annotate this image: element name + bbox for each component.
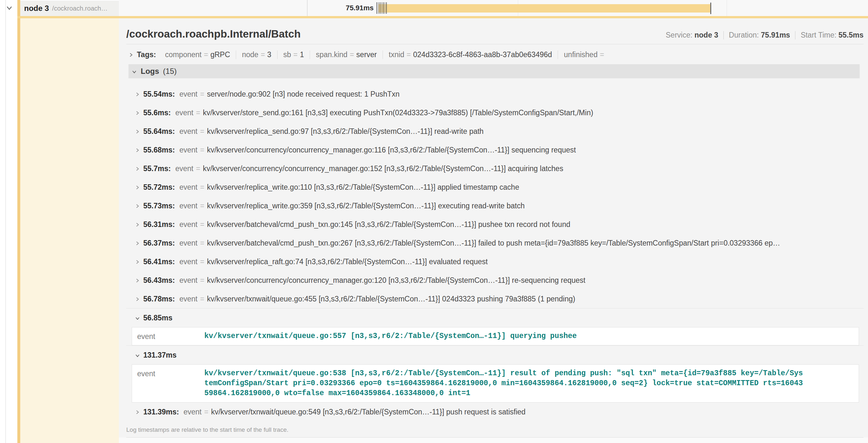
logs-count: (15) [163, 67, 177, 76]
tags-label: Tags: [137, 50, 156, 59]
log-row[interactable]: 55.73ms:event=kv/kvserver/replica_write.… [126, 197, 864, 215]
tag-value: server [356, 50, 377, 59]
chevron-right-icon [135, 148, 140, 153]
log-tick-mark [383, 2, 383, 14]
log-kv-row: eventkv/kvserver/txnwait/queue.go:557 [n… [132, 328, 859, 345]
detail-top-accent-border [17, 16, 868, 18]
log-field-key: event [179, 127, 197, 136]
tags-header[interactable]: Tags: component=gRPCnode=3sb=1span.kind=… [126, 48, 864, 61]
tag-equals-sign: = [293, 50, 298, 59]
log-tick-mark [380, 2, 380, 14]
log-timestamp: 55.6ms: [143, 108, 171, 117]
logs-footer-note: Log timestamps are relative to the start… [126, 426, 864, 433]
log-message: kv/kvserver/replica_raft.go:74 [n3,s3,r6… [207, 258, 488, 266]
left-column-divider [5, 0, 6, 443]
start-time-value: 55.5ms [838, 31, 864, 39]
log-row[interactable]: 56.43ms:event=kv/kvserver/concurrency/co… [126, 271, 864, 289]
chevron-right-icon [135, 129, 140, 134]
chevron-right-icon [135, 222, 140, 227]
log-message: server/node.go:902 [n3] node received re… [207, 90, 400, 99]
log-equals-sign: = [200, 276, 204, 285]
tag-item: span.kind=server [310, 50, 382, 59]
log-timestamp: 56.43ms: [143, 276, 175, 285]
log-field-key: event [176, 108, 193, 117]
tag-key: node [242, 50, 258, 59]
tag-equals-sign: = [260, 50, 265, 59]
chevron-right-icon [135, 204, 140, 209]
log-timestamp: 55.68ms: [143, 146, 175, 155]
tag-value: 024d3323-6c8f-4863-aa8b-37ab0e63496d [413, 50, 552, 59]
chevron-down-icon [135, 353, 140, 358]
log-timestamp: 56.41ms: [143, 258, 175, 266]
log-kv-key: event [137, 331, 204, 341]
tag-equals-sign: = [204, 50, 208, 59]
log-row[interactable]: 56.37ms:event=kv/kvserver/batcheval/cmd_… [126, 234, 864, 252]
expanded-log-timestamp: 131.37ms [143, 351, 177, 360]
duration-label: Duration: [729, 31, 759, 39]
log-timestamp: 131.39ms: [143, 408, 179, 416]
log-row[interactable]: 56.31ms:event=kv/kvserver/batcheval/cmd_… [126, 215, 864, 234]
log-message: kv/kvserver/replica_write.go:110 [n3,s3,… [207, 183, 519, 192]
log-tick-mark [386, 2, 387, 14]
log-tick-mark-end [710, 3, 711, 14]
log-timestamp: 56.31ms: [143, 220, 175, 229]
log-row[interactable]: 55.72ms:event=kv/kvserver/replica_write.… [126, 178, 864, 197]
meta-separator [723, 31, 724, 39]
log-field-key: event [179, 295, 197, 303]
tag-equals-sign: = [350, 50, 354, 59]
log-field-key: event [179, 276, 197, 285]
logs-header[interactable]: Logs (15) [128, 64, 860, 78]
log-message: kv/kvserver/replica_write.go:359 [n3,s3,… [207, 202, 525, 210]
log-field-key: event [179, 239, 197, 247]
log-equals-sign: = [200, 146, 204, 155]
log-equals-sign: = [200, 127, 204, 136]
log-row[interactable]: 55.64ms:event=kv/kvserver/replica_send.g… [126, 122, 864, 141]
span-service-name: node 3 [24, 4, 49, 13]
log-message: kv/kvserver/replica_send.go:97 [n3,s3,r6… [207, 127, 484, 136]
collapse-all-chevron-icon[interactable] [6, 4, 13, 11]
log-row[interactable]: 55.54ms:event=server/node.go:902 [n3] no… [126, 85, 864, 103]
expanded-log-header[interactable]: 56.85ms [126, 308, 864, 327]
expanded-log-header[interactable]: 131.37ms [126, 345, 864, 364]
log-row[interactable]: 131.39ms:event=kv/kvserver/txnwait/queue… [126, 403, 864, 421]
log-timestamp: 55.73ms: [143, 202, 175, 210]
log-row[interactable]: 55.7ms:event=kv/kvserver/concurrency/con… [126, 159, 864, 178]
chevron-right-icon [135, 241, 140, 246]
span-detail-header: /cockroach.roachpb.Internal/Batch Servic… [126, 28, 864, 40]
chevron-down-icon [135, 316, 140, 321]
log-equals-sign: = [200, 239, 204, 247]
tag-equals-sign: = [600, 50, 604, 59]
selected-span-name-column [20, 17, 119, 443]
expanded-log-entry: 131.37mseventkv/kvserver/txnwait/queue.g… [126, 345, 864, 403]
tag-value: 1 [300, 50, 304, 59]
log-field-key: event [179, 90, 197, 99]
tag-item: txnid=024d3323-6c8f-4863-aa8b-37ab0e6349… [382, 50, 558, 59]
span-duration-bar[interactable] [378, 4, 711, 12]
log-message: kv/kvserver/store_send.go:161 [n3,s3] ex… [203, 108, 593, 117]
log-row[interactable]: 55.6ms:event=kv/kvserver/store_send.go:1… [126, 103, 864, 122]
tag-equals-sign: = [407, 50, 411, 59]
span-row-tab[interactable]: node 3 /cockroach.roach… [20, 1, 119, 16]
tag-item: component=gRPC [159, 50, 236, 59]
log-kv-value: kv/kvserver/txnwait/queue.go:538 [n3,s3,… [204, 369, 803, 398]
timeline-duration-label: 75.91ms [309, 0, 374, 16]
tag-key: unfinished [564, 50, 597, 59]
log-row[interactable]: 56.41ms:event=kv/kvserver/replica_raft.g… [126, 252, 864, 271]
log-equals-sign: = [200, 183, 204, 192]
log-equals-sign: = [200, 295, 204, 303]
tag-item: unfinished= [558, 50, 612, 59]
log-message: kv/kvserver/concurrency/concurrency_mana… [203, 164, 563, 173]
service-label: Service: [665, 31, 692, 39]
tag-value: 3 [267, 50, 272, 59]
log-message: kv/kvserver/txnwait/queue.go:455 [n3,s3,… [207, 295, 575, 303]
log-kv-value: kv/kvserver/txnwait/queue.go:557 [n3,s3,… [204, 331, 577, 341]
start-time-label: Start Time: [801, 31, 836, 39]
log-kv-row: eventkv/kvserver/txnwait/queue.go:538 [n… [132, 365, 859, 402]
log-row[interactable]: 55.68ms:event=kv/kvserver/concurrency/co… [126, 141, 864, 159]
log-field-key: event [183, 408, 202, 416]
log-field-key: event [179, 183, 197, 192]
expanded-log-timestamp: 56.85ms [143, 314, 173, 322]
log-message: kv/kvserver/concurrency/concurrency_mana… [207, 276, 585, 285]
log-row[interactable]: 56.78ms:event=kv/kvserver/txnwait/queue.… [126, 289, 864, 308]
log-message: kv/kvserver/batcheval/cmd_push_txn.go:14… [207, 220, 570, 229]
